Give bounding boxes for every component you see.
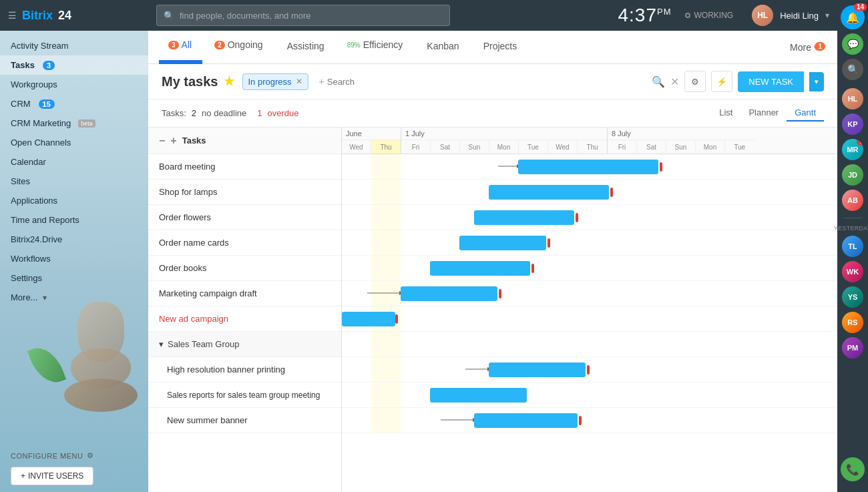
content-area: 3 All 2 Ongoing Assisting 89% Efficiency… <box>148 31 837 492</box>
date-group-8july: 8 July Fri Sat Sun Mon Tue <box>608 128 754 154</box>
tab-assisting[interactable]: Assisting <box>276 31 335 64</box>
rs-avatar-4[interactable]: JD <box>842 164 863 186</box>
gantt-bar <box>342 312 395 326</box>
gantt-bar <box>518 160 658 174</box>
tab-all[interactable]: 3 All <box>159 31 202 64</box>
sidebar-item-label: Workgroups <box>11 79 57 89</box>
gantt-task-row[interactable]: Order flowers <box>148 205 341 230</box>
sidebar-item-settings[interactable]: Settings <box>0 268 148 288</box>
sidebar-item-time-reports[interactable]: Time and Reports <box>0 210 148 230</box>
filter-tag-in-progress: In progress ✕ <box>242 73 308 90</box>
search-bar[interactable]: 🔍 find people, documents, and more <box>156 5 450 26</box>
planner-view-button[interactable]: Planner <box>740 105 787 121</box>
sidebar-item-applications[interactable]: Applications <box>0 191 148 210</box>
search-input[interactable] <box>327 77 407 87</box>
notifications-button[interactable]: 🔔 14 <box>841 5 865 29</box>
search-right-icon[interactable]: 🔍 <box>842 59 863 80</box>
hamburger-icon[interactable]: ☰ <box>8 10 17 21</box>
user-dropdown-icon[interactable]: ▾ <box>825 11 829 20</box>
gantt-bar-order-name-cards <box>459 235 553 251</box>
gantt-task-row[interactable]: Marketing campaign draft <box>148 281 341 306</box>
lightning-icon-btn[interactable]: ⚡ <box>711 71 732 92</box>
new-task-button[interactable]: NEW TASK <box>738 71 804 92</box>
gantt-task-row-new-ad-campaign[interactable]: New ad campaign <box>148 306 341 332</box>
sidebar-item-more[interactable]: More... ▾ <box>0 288 148 307</box>
gantt-task-row[interactable]: Board meeting <box>148 154 341 180</box>
rs-avatar-2[interactable]: KP <box>842 113 863 135</box>
tab-more-badge: 1 <box>815 42 825 51</box>
configure-menu[interactable]: CONFIGURE MENU ⚙ <box>11 451 138 460</box>
gantt-row-summer-banner <box>342 408 837 433</box>
tab-projects[interactable]: Projects <box>473 31 528 64</box>
header-actions: 🔍 ✕ ⚙ ⚡ NEW TASK ▾ <box>652 71 824 92</box>
gantt-task-row[interactable]: Shop for lamps <box>148 180 341 205</box>
new-task-dropdown-button[interactable]: ▾ <box>809 72 824 91</box>
gantt-row-marketing-draft <box>342 281 837 306</box>
clear-search-icon[interactable]: ✕ <box>670 75 679 88</box>
gantt-task-row[interactable]: Order name cards <box>148 230 341 256</box>
invite-users-button[interactable]: + INVITE USERS <box>11 467 93 485</box>
sidebar-item-label: Tasks <box>11 60 35 70</box>
search-tasks-icon[interactable]: 🔍 <box>652 75 665 88</box>
zoom-in-icon[interactable]: + <box>170 135 176 147</box>
right-sidebar: 🔔 14 💬 🔍 HL KP ! MR JD AB Yesterday TL W… <box>837 0 868 492</box>
gantt-view-button[interactable]: Gantt <box>787 105 824 121</box>
overdue-label: overdue <box>268 108 299 118</box>
rs-avatar-5[interactable]: AB <box>842 190 863 211</box>
sidebar-nav: Activity Stream Tasks 3 Workgroups CRM 1… <box>0 31 148 445</box>
list-view-button[interactable]: List <box>711 105 740 121</box>
rs-avatar-6[interactable]: TL <box>842 236 863 257</box>
sidebar-item-workgroups[interactable]: Workgroups <box>0 75 148 94</box>
tab-efficiency-label: Efficiency <box>363 39 403 50</box>
settings-icon-btn[interactable]: ⚙ <box>684 71 706 92</box>
main-area: 🔍 find people, documents, and more 4:37P… <box>148 0 837 492</box>
rs-avatar-8[interactable]: YS <box>842 286 863 308</box>
sidebar-item-calendar[interactable]: Calendar <box>0 152 148 172</box>
tab-kanban[interactable]: Kanban <box>416 31 469 64</box>
tab-efficiency[interactable]: 89% Efficiency <box>338 31 414 64</box>
sidebar-item-label: Settings <box>11 273 42 283</box>
rs-avatar-3[interactable]: ! MR <box>842 139 863 160</box>
working-status[interactable]: WORKING <box>685 11 734 20</box>
plus-filter-icon[interactable]: + <box>319 76 324 87</box>
sidebar-item-label: Open Channels <box>11 138 71 148</box>
sidebar-item-workflows[interactable]: Workflows <box>0 249 148 268</box>
phone-button[interactable]: 📞 <box>841 457 865 481</box>
gantt-task-row-summer-banner[interactable]: New summer banner <box>148 408 341 433</box>
gantt-arrow <box>441 416 477 424</box>
gantt-task-row-banner-printing[interactable]: High resolution banner printing <box>148 357 341 383</box>
chat-icon-button[interactable]: 💬 <box>842 33 863 55</box>
favorite-star-icon[interactable]: ★ <box>224 74 234 89</box>
gantt-bar-summer-banner <box>474 413 584 429</box>
zoom-out-icon[interactable]: − <box>159 135 165 147</box>
sidebar-item-drive[interactable]: Bitrix24.Drive <box>0 230 148 249</box>
topbar-user-name[interactable]: Heidi Ling <box>780 11 819 21</box>
gantt-task-row[interactable]: Order books <box>148 256 341 281</box>
date-group-june: June Wed Thu <box>342 128 401 154</box>
rs-avatar-9[interactable]: RS <box>842 312 863 333</box>
gantt-group-sales-team[interactable]: ▾ Sales Team Group <box>148 332 341 357</box>
tab-ongoing[interactable]: 2 Ongoing <box>205 31 274 64</box>
rs-avatar-7[interactable]: WK <box>842 261 863 282</box>
sidebar-item-tasks[interactable]: Tasks 3 <box>0 55 148 75</box>
gantt-bar <box>474 210 574 225</box>
gantt-bar <box>401 286 497 301</box>
rs-avatar-10[interactable]: PM <box>842 337 863 358</box>
sidebar-item-activity-stream[interactable]: Activity Stream <box>0 36 148 55</box>
gantt-chart-area: June Wed Thu 1 July Fri Sat Sun <box>342 128 837 492</box>
gantt-arrow <box>465 365 492 373</box>
sidebar-item-open-channels[interactable]: Open Channels <box>0 133 148 152</box>
gantt-row-new-ad-campaign <box>342 306 837 332</box>
tab-more[interactable]: 1 More ▾ <box>782 37 827 58</box>
gantt-bar-board-meeting <box>518 159 665 175</box>
beta-badge: beta <box>78 119 95 128</box>
sidebar-item-sites[interactable]: Sites <box>0 172 148 191</box>
gantt-row-order-name-cards <box>342 230 837 256</box>
topbar-avatar[interactable]: HL <box>752 5 773 26</box>
filter-remove-icon[interactable]: ✕ <box>296 77 302 86</box>
rs-avatar-1[interactable]: HL <box>842 88 863 109</box>
sidebar-item-crm[interactable]: CRM 15 <box>0 94 148 113</box>
sidebar-item-crm-marketing[interactable]: CRM Marketing beta <box>0 113 148 133</box>
gantt-task-row-sales-reports[interactable]: Sales reports for sales team group meeti… <box>148 383 341 408</box>
gantt-dates-header: June Wed Thu 1 July Fri Sat Sun <box>342 128 837 154</box>
